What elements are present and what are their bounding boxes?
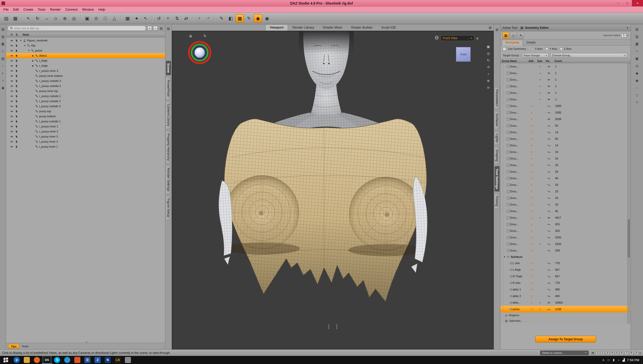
app-gray-icon[interactable] [123, 356, 133, 364]
lesson-page-4[interactable]: 4 [610, 351, 614, 355]
add-button[interactable]: + [527, 236, 536, 239]
regions-row[interactable]: ◎ Regions [500, 312, 631, 318]
dock-pane-icon[interactable]: ▤ [167, 27, 170, 30]
resize-handle-icon[interactable]: ▲ [86, 341, 88, 343]
group-row[interactable]: Grou...+50 [500, 122, 631, 129]
scene-node-row[interactable]: r_pussy outside 1 [6, 94, 165, 99]
app-blue-2-icon[interactable]: 2 [93, 356, 103, 364]
selection-radius-input[interactable]: 5 [621, 33, 626, 37]
visibility-eye-icon[interactable] [9, 130, 14, 133]
group-row[interactable]: Grou...+33 [500, 155, 631, 162]
use-symmetry-checkbox[interactable]: ✓ [503, 47, 506, 51]
sub-button[interactable]: − [536, 71, 544, 75]
volume-icon[interactable]: ♪ [618, 358, 619, 362]
orbit-view-icon[interactable]: ↻ [486, 58, 491, 63]
menu-tools[interactable]: Tools [35, 7, 48, 12]
scene-node-row[interactable]: r_pussy inner 3 [6, 68, 165, 73]
surface-row[interactable]: abbs 2+406 [500, 293, 631, 299]
browser-globe-icon[interactable] [62, 356, 72, 364]
aim-camera-icon[interactable]: ⊙ [92, 14, 100, 22]
geometry-editor-icon[interactable]: ▦ [236, 14, 244, 22]
group-row[interactable]: Grou...+50 [500, 135, 631, 142]
y-axis-radio[interactable] [545, 48, 548, 50]
scene-node-row[interactable]: ▼Hip [6, 43, 165, 48]
group-row[interactable]: Grou...+1083 [500, 109, 631, 116]
paint-fill-icon[interactable]: ◧ [226, 14, 235, 22]
hidden-wave-icon[interactable] [544, 184, 553, 186]
node-selection-icon[interactable]: ↖ [24, 14, 33, 22]
visibility-eye-icon[interactable] [9, 135, 14, 138]
tab-viewport[interactable]: Viewport [265, 24, 288, 31]
visibility-eye-icon[interactable] [9, 125, 14, 128]
scene-node-row[interactable]: r_pussy inner 2 [6, 129, 165, 134]
scale-tool-icon[interactable]: ◇ [52, 14, 60, 22]
tab-tool-settings[interactable]: Tool Settings [494, 166, 500, 192]
frame-view-icon[interactable]: ▣ [486, 44, 491, 49]
select-cursor-icon[interactable] [14, 130, 19, 133]
select-cursor-icon[interactable] [14, 49, 19, 52]
add-button[interactable]: + [527, 176, 536, 180]
hidden-wave-icon[interactable] [544, 197, 553, 199]
lesson-page-5[interactable]: 5 [615, 351, 619, 355]
tab-shader-builder[interactable]: Shader Builder [347, 25, 377, 31]
scene-node-row[interactable]: r_pussy outside 2 [6, 83, 165, 88]
group-row[interactable]: Grou...+33 [500, 188, 631, 195]
add-button[interactable]: + [527, 117, 536, 121]
group-row[interactable]: Grou...+33 [500, 195, 631, 201]
file-explorer-icon[interactable] [22, 356, 32, 364]
menu-help[interactable]: Help [96, 7, 107, 12]
hidden-wave-icon[interactable] [544, 164, 553, 166]
hidden-wave-icon[interactable] [544, 249, 553, 252]
timeline-pane-icon[interactable]: ▣ [634, 56, 639, 61]
add-button[interactable]: + [527, 157, 536, 161]
expander-icon[interactable]: ▼ [19, 39, 22, 42]
surface-row[interactable]: L thigh+597 [500, 266, 631, 273]
help-pane-icon[interactable]: ? [634, 100, 639, 105]
props-icon[interactable]: ○ [1, 63, 6, 68]
add-button[interactable]: + [527, 216, 536, 220]
presets-pane-icon[interactable]: ▦ [634, 41, 639, 46]
select-cursor-icon[interactable] [14, 120, 19, 123]
group-row[interactable]: Grou...+303 [500, 228, 631, 234]
menu-edit[interactable]: Edit [11, 7, 21, 12]
group-row[interactable]: Grou...−1 [500, 63, 631, 70]
visibility-eye-icon[interactable] [544, 118, 553, 120]
favorites-icon[interactable]: ☆ [1, 78, 6, 83]
tab-figure-setup[interactable]: Figure Setup [166, 196, 171, 220]
visibility-eye-icon[interactable] [9, 85, 14, 87]
skeleton-tool-icon[interactable]: ♂ [204, 14, 213, 22]
zoom-out-icon[interactable]: ⊖ [486, 85, 491, 90]
group-row[interactable]: Grou...+1083 [500, 103, 631, 109]
expander-icon[interactable]: ▼ [503, 256, 506, 258]
expander-icon[interactable]: ▶ [31, 55, 35, 57]
firefox-icon[interactable] [32, 356, 42, 364]
choose-group-dropdown[interactable]: Choose Group... ▼ [550, 53, 627, 58]
tips-button[interactable]: Tips [8, 344, 19, 349]
viewport-layout-icon[interactable]: ▦ [11, 14, 19, 22]
hidden-wave-icon[interactable] [544, 210, 553, 212]
render-camera-icon[interactable]: ◉ [263, 14, 271, 22]
add-button[interactable]: + [527, 222, 536, 226]
scene-node-row[interactable]: l_pussy outside 2 [6, 99, 165, 104]
hidden-wave-icon[interactable] [544, 236, 553, 239]
group-row[interactable]: Grou...−1 [500, 89, 631, 96]
parameters-pane-icon[interactable]: ▥ [634, 34, 639, 39]
add-button[interactable]: + [527, 229, 536, 233]
scene-node-row[interactable]: l_pussy inner 1 [6, 144, 165, 149]
lasso-selection-icon[interactable]: ◇ [510, 32, 517, 39]
sphere-gizmo-icon[interactable]: ● [132, 14, 141, 22]
menu-window[interactable]: Window [80, 7, 96, 12]
grid-snap-icon[interactable]: ▦ [123, 14, 132, 22]
visibility-eye-icon[interactable] [544, 85, 553, 87]
add-pane-icon[interactable]: + [634, 49, 639, 53]
expander-icon[interactable]: ▶ [31, 65, 35, 67]
select-cursor-icon[interactable] [14, 105, 19, 108]
select-cursor-icon[interactable] [14, 140, 19, 143]
content-library-icon[interactable]: ▥ [1, 34, 6, 39]
hidden-wave-icon[interactable] [544, 308, 553, 310]
hidden-wave-icon[interactable] [544, 203, 553, 206]
face-groups-dropdown[interactable]: Face Groups ▼ [522, 53, 548, 58]
select-cursor-icon[interactable] [14, 110, 19, 113]
expander-icon[interactable]: ▶ [31, 60, 35, 62]
active-pose-tool-icon[interactable]: ◎ [70, 14, 78, 22]
